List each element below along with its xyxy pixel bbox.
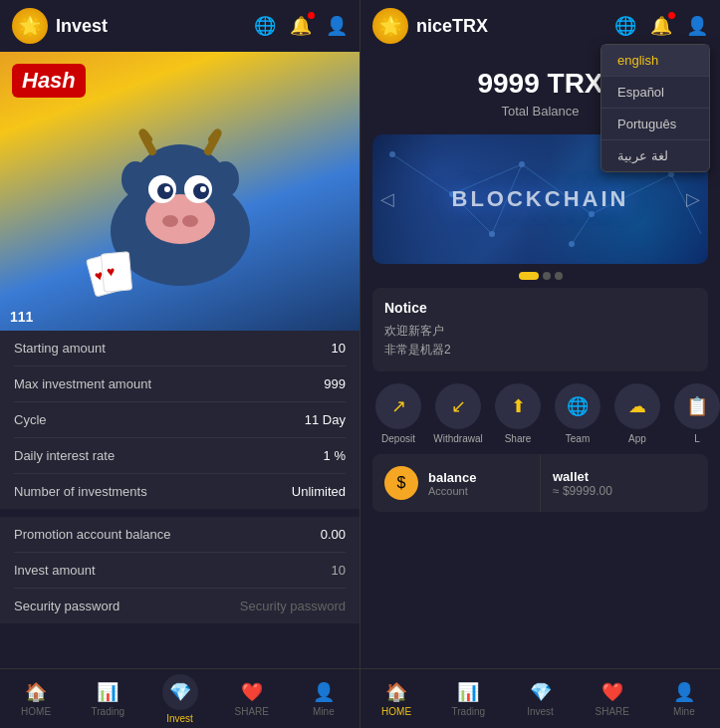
- invest-icon-container: 💎: [162, 674, 198, 710]
- bell-icon[interactable]: 🔔: [290, 15, 312, 37]
- share-icon[interactable]: ⬆: [495, 383, 541, 429]
- more-label: L: [694, 433, 700, 444]
- action-btn-share[interactable]: ⬆ Share: [492, 383, 544, 444]
- svg-line-24: [572, 214, 592, 244]
- banner-dot-3[interactable]: [555, 272, 563, 280]
- info-label-starting: Starting amount: [14, 341, 106, 356]
- nav-item-invest-left[interactable]: 💎 Invest: [143, 668, 215, 729]
- nav-item-share-left[interactable]: ❤️ SHARE: [216, 675, 288, 723]
- lang-option-spanish[interactable]: Español: [601, 77, 709, 109]
- nav-item-mine-right[interactable]: 👤 Mine: [648, 675, 720, 723]
- form-row-promo: Promotion account balance 0.00: [14, 517, 346, 553]
- form-label-promo: Promotion account balance: [14, 527, 171, 542]
- notice-line-2: 非常是机器2: [384, 341, 696, 360]
- form-label-security: Security password: [14, 599, 120, 613]
- action-btn-withdrawal[interactable]: ↙ Withdrawal: [432, 383, 484, 444]
- right-globe-icon[interactable]: 🌐: [614, 15, 636, 37]
- cow-illustration: ♥ ♥: [81, 102, 280, 301]
- user-icon[interactable]: 👤: [326, 15, 348, 37]
- security-password-input[interactable]: [206, 599, 346, 613]
- left-logo: 🌟: [12, 8, 48, 44]
- nav-label-home-left: HOME: [21, 706, 51, 717]
- blockchain-text: BLOCKCHAIN: [452, 186, 629, 212]
- app-icon[interactable]: ☁: [614, 383, 660, 429]
- more-icon[interactable]: 📋: [674, 383, 720, 429]
- info-section: Starting amount 10 Max investment amount…: [0, 331, 360, 509]
- info-label-investments: Number of investments: [14, 484, 147, 499]
- nav-item-mine-left[interactable]: 👤 Mine: [288, 675, 360, 723]
- team-icon[interactable]: 🌐: [555, 383, 600, 429]
- svg-point-8: [200, 186, 206, 192]
- right-arrow-icon[interactable]: ▷: [686, 188, 700, 210]
- nav-item-home-right[interactable]: 🏠 HOME: [360, 675, 432, 723]
- left-bottom-nav: 🏠 HOME 📊 Trading 💎 Invest ❤️ SHARE 👤 Min…: [0, 668, 360, 728]
- wallet-value: ≈ $9999.00: [553, 484, 612, 498]
- language-dropdown[interactable]: english Español Português لغة عربية: [600, 44, 710, 172]
- nav-label-trading-right: Trading: [452, 706, 486, 717]
- svg-point-30: [489, 231, 495, 237]
- banner-dot-1[interactable]: [519, 272, 539, 280]
- svg-point-10: [182, 215, 198, 227]
- notice-title: Notice: [384, 300, 696, 316]
- globe-icon[interactable]: 🌐: [254, 15, 276, 37]
- game-banner: Hash ♥: [0, 52, 360, 331]
- nav-item-trading-left[interactable]: 📊 Trading: [72, 675, 143, 723]
- trading-icon-left: 📊: [97, 681, 119, 703]
- team-label: Team: [566, 433, 590, 444]
- info-row-cycle: Cycle 11 Day: [14, 402, 346, 438]
- nav-item-trading-right[interactable]: 📊 Trading: [432, 675, 504, 723]
- nav-item-invest-right[interactable]: 💎 Invest: [504, 675, 576, 723]
- info-value-daily: 1 %: [324, 448, 346, 463]
- svg-text:♥: ♥: [106, 263, 116, 280]
- action-btn-deposit[interactable]: ↗ Deposit: [372, 383, 424, 444]
- balance-sub: Account: [428, 485, 476, 497]
- right-user-icon[interactable]: 👤: [686, 15, 708, 37]
- mine-icon-right: 👤: [673, 681, 695, 703]
- nav-label-home-right: HOME: [381, 706, 411, 717]
- info-row-investments: Number of investments Unlimited: [14, 474, 346, 509]
- nav-item-home-left[interactable]: 🏠 HOME: [0, 675, 72, 723]
- right-bell-icon[interactable]: 🔔: [650, 15, 672, 37]
- form-section: Promotion account balance 0.00 Invest am…: [0, 517, 360, 623]
- deposit-icon[interactable]: ↗: [375, 383, 421, 429]
- action-buttons-row: ↗ Deposit ↙ Withdrawal ⬆ Share 🌐 Team ☁ …: [360, 379, 720, 448]
- right-app-title: niceTRX: [416, 16, 614, 37]
- banner-dot-2[interactable]: [543, 272, 551, 280]
- svg-point-12: [211, 161, 239, 197]
- action-btn-team[interactable]: 🌐 Team: [552, 383, 603, 444]
- lang-option-english[interactable]: english: [601, 45, 709, 77]
- wallet-balance-half: $ balance Account: [372, 454, 541, 512]
- left-header-icons: 🌐 🔔 👤: [254, 15, 348, 37]
- form-value-promo: 0.00: [321, 527, 346, 542]
- withdrawal-icon[interactable]: ↙: [435, 383, 481, 429]
- form-row-security: Security password: [14, 589, 346, 623]
- lang-option-portuguese[interactable]: Português: [601, 109, 709, 140]
- action-btn-more[interactable]: 📋 L: [671, 383, 720, 444]
- trading-icon-right: 📊: [457, 681, 479, 703]
- left-arrow-icon[interactable]: ◁: [380, 188, 394, 210]
- info-value-investments: Unlimited: [292, 484, 346, 499]
- lang-option-arabic[interactable]: لغة عربية: [601, 140, 709, 171]
- nav-label-trading-left: Trading: [92, 706, 125, 717]
- action-btn-app[interactable]: ☁ App: [611, 383, 663, 444]
- info-row-starting: Starting amount 10: [14, 331, 346, 366]
- wallet-row: $ balance Account wallet ≈ $9999.00: [372, 454, 708, 512]
- right-header-icons: 🌐 🔔 👤: [614, 15, 708, 37]
- notice-line-1: 欢迎新客户: [384, 322, 696, 341]
- deposit-label: Deposit: [381, 433, 415, 444]
- right-notification-dot: [668, 12, 675, 19]
- right-header: 🌟 niceTRX 🌐 🔔 👤 english Español Portuguê…: [360, 0, 720, 52]
- info-value-cycle: 11 Day: [305, 412, 346, 427]
- right-bottom-nav: 🏠 HOME 📊 Trading 💎 Invest ❤️ SHARE 👤 Min…: [360, 668, 720, 728]
- withdrawal-label: Withdrawal: [433, 433, 482, 444]
- invest-icon-left: 💎: [169, 681, 191, 703]
- invest-amount-input[interactable]: [206, 563, 346, 578]
- notification-dot: [308, 12, 315, 19]
- wallet-wallet-half: wallet ≈ $9999.00: [541, 454, 708, 512]
- nav-item-share-right[interactable]: ❤️ SHARE: [577, 675, 648, 723]
- svg-point-31: [569, 241, 575, 247]
- info-label-max: Max investment amount: [14, 376, 151, 391]
- share-nav-icon-right: ❤️: [601, 681, 623, 703]
- wallet-balance-info: balance Account: [428, 470, 476, 497]
- left-header: 🌟 Invest 🌐 🔔 👤: [0, 0, 360, 52]
